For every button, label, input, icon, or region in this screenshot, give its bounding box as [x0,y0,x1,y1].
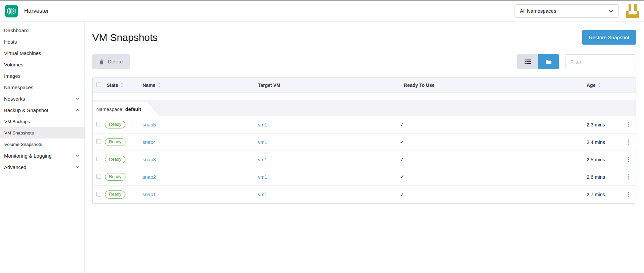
avatar-cell [631,11,634,15]
column-header-state[interactable]: State [107,83,143,88]
delete-button[interactable]: Delete [92,54,130,69]
sidebar-item-label: Hosts [4,39,17,45]
select-all-checkbox[interactable] [96,82,101,87]
sidebar-item-label: Virtual Machines [4,50,41,56]
sidebar-item-backup-snapshot[interactable]: Backup & Snapshot [0,104,85,116]
avatar-cell [626,4,629,8]
avatar-cell [629,11,631,15]
group-label: Namespace: [96,107,123,112]
avatar-cell [634,11,637,15]
logo-glyph [7,7,16,15]
avatar-cell [631,4,634,8]
avatar-cell [637,7,639,11]
row-actions-button[interactable] [627,191,631,199]
snapshot-name-link[interactable]: snap1 [143,192,156,197]
row-actions-button[interactable] [627,173,631,181]
row-checkbox[interactable] [96,122,101,126]
sidebar-item-volumes[interactable]: Volumes [0,59,85,70]
snapshot-name-link[interactable]: snap4 [143,140,156,145]
column-header-name[interactable]: Name [143,83,258,88]
main-content: VM Snapshots Restore Snapshot Delete [85,21,644,273]
sidebar-item-label: VM Snapshots [4,130,34,135]
sort-icon [120,83,123,87]
sort-icon [158,83,161,87]
snapshots-table: State Name Target VM Ready To Use [92,77,636,204]
sidebar-item-label: Advanced [4,164,26,170]
ready-check-icon: ✓ [400,157,404,162]
status-badge: Ready [105,190,125,199]
age-cell: 2.3 mins [587,122,624,127]
filter-input[interactable] [566,54,636,69]
status-badge: Ready [105,173,125,181]
column-header-target-vm[interactable]: Target VM [258,83,404,88]
chevron-down-icon [75,153,79,157]
snapshot-name-link[interactable]: snap5 [143,122,156,127]
harvester-logo-icon[interactable] [5,5,18,17]
page-title: VM Snapshots [92,32,158,43]
row-checkbox[interactable] [96,192,101,197]
sidebar-item-vm-backups[interactable]: VM Backups [0,116,85,127]
sidebar-item-label: Volume Snapshots [4,142,42,147]
avatar-cell [629,14,631,18]
delete-button-label: Delete [108,59,123,65]
target-vm-link[interactable]: vm1 [258,192,267,197]
header-right: All Namespaces [515,4,639,18]
chevron-down-icon [75,96,79,100]
view-toggle-group [517,54,559,69]
sidebar-item-label: Namespaces [4,85,34,90]
row-checkbox[interactable] [96,139,101,144]
app-title: Harvester [24,8,49,14]
page-head: VM Snapshots Restore Snapshot [92,30,636,45]
actions-row: Delete [92,54,636,69]
grid-view-button[interactable] [538,54,559,69]
group-value: default [125,107,141,112]
row-checkbox[interactable] [96,157,101,161]
age-cell: 2.4 mins [587,140,624,145]
sidebar: DashboardHostsVirtual MachinesVolumesIma… [0,21,85,273]
restore-snapshot-button[interactable]: Restore Snapshot [582,30,636,45]
target-vm-link[interactable]: vm1 [258,174,267,180]
target-vm-link[interactable]: vm1 [258,157,267,162]
row-actions-button[interactable] [627,156,631,163]
snapshot-name-link[interactable]: snap2 [143,174,156,180]
avatar-cell [626,7,629,11]
age-cell: 2.7 mins [587,192,624,197]
avatar-cell [637,11,639,15]
sidebar-item-virtual-machines[interactable]: Virtual Machines [0,47,85,59]
sidebar-item-advanced[interactable]: Advanced [0,161,85,173]
avatar-cell [631,7,634,11]
row-actions-button[interactable] [627,121,631,128]
sidebar-item-dashboard[interactable]: Dashboard [0,24,85,36]
sort-icon [598,83,601,87]
sidebar-item-namespaces[interactable]: Namespaces [0,81,85,93]
sidebar-item-volume-snapshots[interactable]: Volume Snapshots [0,139,85,150]
sidebar-item-label: Images [4,73,20,79]
column-header-ready-to-use[interactable]: Ready To Use [404,83,587,88]
column-header-age[interactable]: Age [587,83,624,88]
target-vm-link[interactable]: vm1 [258,122,267,127]
snapshot-name-link[interactable]: snap3 [143,157,156,162]
table-row: Readysnap3vm1✓2.5 mins [93,151,636,168]
column-header-label: Target VM [258,83,280,88]
sidebar-item-images[interactable]: Images [0,70,85,81]
list-view-button[interactable] [517,54,538,69]
chevron-up-icon [75,109,79,113]
target-vm-link[interactable]: vm1 [258,140,267,145]
sidebar-item-networks[interactable]: Networks [0,93,85,104]
app-header: Harvester All Namespaces [0,1,644,21]
sidebar-item-hosts[interactable]: Hosts [0,36,85,47]
trash-icon [99,59,104,64]
row-actions-button[interactable] [627,138,631,146]
right-tools [517,54,636,69]
sidebar-item-vm-snapshots[interactable]: VM Snapshots [0,127,85,139]
avatar-cell [634,14,637,18]
age-cell: 2.5 mins [587,157,624,162]
namespace-selector[interactable]: All Namespaces [515,4,619,18]
row-checkbox[interactable] [96,174,101,179]
table-header-row: State Name Target VM Ready To Use [93,77,636,93]
ready-check-icon: ✓ [400,192,404,198]
sidebar-item-monitoring-logging[interactable]: Monitoring & Logging [0,150,85,161]
namespace-selector-value: All Namespaces [520,8,556,14]
avatar-cell [629,4,631,8]
user-avatar[interactable] [626,4,639,18]
